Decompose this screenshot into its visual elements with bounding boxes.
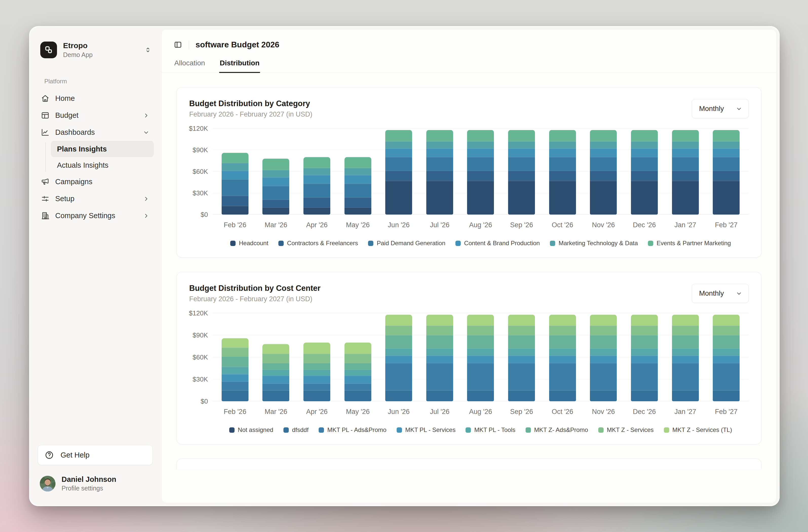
bar-segment — [385, 148, 412, 157]
tab-allocation[interactable]: Allocation — [174, 59, 205, 73]
chart-bar[interactable] — [304, 343, 330, 401]
legend-swatch — [550, 241, 555, 246]
chart-bar[interactable] — [549, 130, 576, 215]
sidebar-item-actuals-insights[interactable]: Actuals Insights — [51, 157, 154, 173]
x-axis-tick: Aug '26 — [467, 408, 494, 416]
bar-segment — [467, 141, 494, 148]
sidebar-nav: HomeBudgetDashboardsPlans InsightsActual… — [37, 90, 154, 224]
get-help-button[interactable]: Get Help — [38, 445, 153, 465]
legend-item[interactable]: Contractors & Freelancers — [278, 240, 358, 247]
legend-item[interactable]: MKT Z - Services (TL) — [664, 426, 732, 434]
x-axis-tick: Feb '26 — [222, 221, 249, 229]
bar-segment — [426, 390, 453, 402]
legend-item[interactable]: MKT Z - Services — [598, 426, 654, 434]
content-scroll-area[interactable]: Budget Distribution by Category February… — [162, 73, 776, 503]
chart-bar[interactable] — [631, 315, 658, 401]
legend-item[interactable]: Paid Demand Generation — [368, 240, 445, 247]
chevron-right-icon — [143, 195, 150, 202]
sidebar-item-dashboards[interactable]: Dashboards — [37, 124, 154, 141]
chart-bar[interactable] — [590, 315, 617, 401]
legend-item[interactable]: Content & Brand Production — [455, 240, 540, 247]
bar-segment — [262, 390, 289, 402]
chart-bar[interactable] — [631, 130, 658, 215]
bar-segment — [426, 148, 453, 157]
sidebar-item-setup[interactable]: Setup — [37, 190, 154, 207]
bar-segment — [590, 390, 617, 402]
sidebar-item-company-settings[interactable]: Company Settings — [37, 207, 154, 224]
chart-bar[interactable] — [262, 344, 289, 401]
bar-segment — [672, 335, 699, 348]
chart-bar[interactable] — [713, 315, 740, 401]
legend-swatch — [465, 427, 471, 433]
bar-segment — [549, 181, 576, 215]
bar-segment — [549, 315, 576, 326]
chevron-up-down-icon[interactable] — [144, 46, 152, 54]
workspace-switcher[interactable]: Etropo Demo App — [40, 41, 152, 58]
legend-swatch — [598, 427, 604, 433]
tab-distribution[interactable]: Distribution — [220, 59, 259, 73]
bar-segment — [672, 148, 699, 157]
chart-bar[interactable] — [426, 315, 453, 401]
chart-bar[interactable] — [345, 343, 371, 401]
chart-bar[interactable] — [672, 130, 699, 215]
bar-segment — [508, 326, 535, 335]
sidebar-item-campaigns[interactable]: Campaigns — [37, 173, 154, 190]
chart-bar[interactable] — [262, 159, 289, 215]
sidebar-item-plans-insights[interactable]: Plans Insights — [51, 141, 154, 157]
bar-segment — [345, 197, 371, 207]
legend-item[interactable]: MKT Z- Ads&Promo — [526, 426, 588, 434]
user-profile[interactable]: Daniel Johnson Profile settings — [40, 475, 153, 492]
legend-item[interactable]: Marketing Technology & Data — [550, 240, 638, 247]
panel-left-icon[interactable] — [174, 40, 182, 49]
bar-segment — [304, 197, 330, 207]
legend-item[interactable]: MKT PL - Ads&Promo — [319, 426, 386, 434]
sidebar-item-label: Setup — [55, 195, 74, 203]
bar-segment — [713, 363, 740, 390]
home-icon — [41, 94, 50, 103]
chart-bar[interactable] — [304, 157, 330, 215]
chart-bar[interactable] — [508, 130, 535, 215]
legend-item[interactable]: Headcount — [230, 240, 268, 247]
bar-segment — [549, 157, 576, 171]
chart-bar[interactable] — [467, 315, 494, 401]
bar-segment — [304, 168, 330, 175]
chart-bar[interactable] — [426, 130, 453, 215]
chart-bar[interactable] — [549, 315, 576, 401]
legend-label: Marketing Technology & Data — [558, 240, 638, 247]
bar-segment — [385, 157, 412, 171]
bar-segment — [549, 141, 576, 148]
bar-segment — [590, 326, 617, 335]
legend-item[interactable]: dfsddf — [283, 426, 309, 434]
chart-bar[interactable] — [508, 315, 535, 401]
legend-item[interactable]: MKT PL - Services — [397, 426, 456, 434]
stacked-bar-chart: $0$30K$60K$90K$120KFeb '26Mar '26Apr '26… — [189, 313, 749, 434]
chart-bar[interactable] — [713, 130, 740, 215]
sidebar-item-home[interactable]: Home — [37, 90, 154, 107]
x-axis-tick: Mar '26 — [262, 221, 289, 229]
chart-bar[interactable] — [590, 130, 617, 215]
chart-bar[interactable] — [222, 153, 249, 215]
bar-segment — [222, 390, 249, 402]
chart-bar[interactable] — [222, 338, 249, 401]
chart-bar[interactable] — [467, 130, 494, 215]
bar-segment — [713, 315, 740, 326]
legend-swatch — [230, 241, 236, 246]
chart-bar[interactable] — [385, 315, 412, 401]
page-title: software Budget 2026 — [196, 40, 279, 50]
chart-bar[interactable] — [345, 157, 371, 215]
bar-segment — [385, 390, 412, 402]
bar-segment — [304, 343, 330, 354]
period-select[interactable]: Monthly — [692, 284, 749, 303]
legend-item[interactable]: MKT PL - Tools — [465, 426, 515, 434]
chart-bar[interactable] — [385, 130, 412, 215]
bar-segment — [385, 171, 412, 181]
period-select[interactable]: Monthly — [692, 99, 749, 118]
legend-item[interactable]: Events & Partner Marketing — [648, 240, 731, 247]
chevron-down-icon — [143, 129, 150, 136]
bar-segment — [345, 363, 371, 370]
bar-segment — [508, 335, 535, 348]
x-axis-tick: Apr '26 — [304, 221, 330, 229]
sidebar-item-budget[interactable]: Budget — [37, 107, 154, 124]
chart-bar[interactable] — [672, 315, 699, 401]
legend-item[interactable]: Not assigned — [229, 426, 273, 434]
